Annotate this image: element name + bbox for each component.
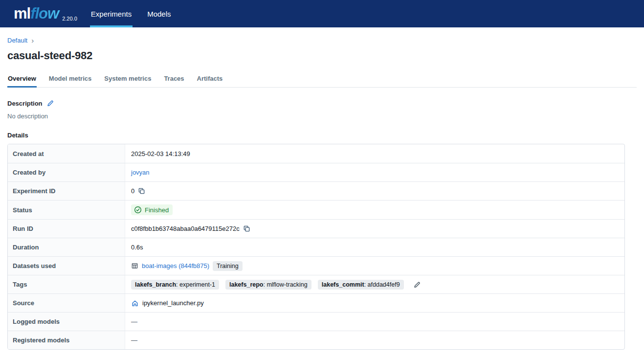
tab-artifacts[interactable]: Artifacts [197,73,223,87]
row-value: — [125,331,624,349]
row-value: jovyan [125,163,624,181]
tab-system-metrics[interactable]: System metrics [104,73,152,87]
breadcrumb-experiment-link[interactable]: Default [7,37,27,44]
row-value: 0.6s [125,238,624,256]
row-value: lakefs_branch: experiment-1 lakefs_repo:… [125,275,624,293]
table-row-run-id: Run ID c0f8fbb1b63748abaa0a6479115e272c [8,219,624,238]
copy-experiment-id-button[interactable] [138,187,145,195]
row-label: Created at [8,144,125,163]
row-value: — [125,313,624,331]
run-tabs: Overview Model metrics System metrics Tr… [7,73,637,88]
dataset-context-tag: Training [213,261,243,271]
dataset-table-icon [131,262,138,269]
row-label: Created by [8,163,125,181]
version-label: 2.20.0 [62,16,77,22]
check-circle-icon [134,206,142,214]
row-value: 2025-02-03 14:13:49 [125,144,624,163]
home-icon [131,299,139,307]
created-by-link[interactable]: jovyan [131,169,150,176]
pencil-icon [46,99,54,107]
row-value: 0 [125,182,624,200]
pencil-icon [413,281,421,289]
status-badge: Finished [131,204,173,215]
tag-pill: lakefs_repo: mlflow-tracking [225,280,311,290]
nav-item-label: Experiments [91,10,132,18]
run-overview-page: Default › casual-steed-982 Overview Mode… [0,27,644,350]
status-text: Finished [145,206,169,214]
main-nav: Experiments Models [90,0,186,27]
row-label: Run ID [8,220,125,238]
copy-icon [138,187,145,195]
table-row-created-by: Created by jovyan [8,163,624,181]
edit-tags-button[interactable] [413,281,421,289]
table-row-experiment-id: Experiment ID 0 [8,181,624,200]
row-label: Source [8,294,125,312]
details-section-heading: Details [7,132,637,139]
tab-traces[interactable]: Traces [163,73,184,87]
details-heading-label: Details [7,132,28,139]
table-row-logged-models: Logged models — [8,312,624,331]
tab-model-metrics[interactable]: Model metrics [48,73,92,87]
copy-icon [243,225,250,232]
table-row-created-at: Created at 2025-02-03 14:13:49 [8,144,624,163]
details-table: Created at 2025-02-03 14:13:49 Created b… [7,144,625,350]
description-empty-text: No description [7,112,637,120]
table-row-status: Status Finished [8,200,624,219]
description-heading-label: Description [7,100,43,107]
row-label: Registered models [8,331,125,349]
tag-pill: lakefs_commit: afddad4fef9 [318,280,404,290]
table-row-source: Source ipykernel_launcher.py [8,293,624,312]
mlflow-logo[interactable]: mlflow 2.20.0 [14,0,77,27]
row-value: ipykernel_launcher.py [125,294,624,312]
table-row-duration: Duration 0.6s [8,238,624,256]
run-title: casual-steed-982 [7,49,637,62]
row-label: Datasets used [8,257,125,275]
top-navbar: mlflow 2.20.0 Experiments Models [0,0,644,27]
duration-value: 0.6s [131,244,143,251]
row-label: Experiment ID [8,182,125,200]
logo-text-flow: flow [30,5,60,22]
row-label: Status [8,201,125,219]
table-row-tags: Tags lakefs_branch: experiment-1 lakefs_… [8,275,624,293]
breadcrumb-chevron-icon: › [31,37,34,44]
nav-item-label: Models [147,10,171,18]
run-id-value: c0f8fbb1b63748abaa0a6479115e272c [131,225,240,232]
tab-overview[interactable]: Overview [7,73,37,87]
row-value: c0f8fbb1b63748abaa0a6479115e272c [125,220,624,238]
row-value: boat-images (844fb875) Training [125,257,624,275]
row-label: Logged models [8,313,125,331]
nav-item-experiments[interactable]: Experiments [90,0,133,27]
dataset-link[interactable]: boat-images (844fb875) [142,262,209,269]
table-row-registered-models: Registered models — [8,331,624,349]
row-label: Tags [8,275,125,293]
table-row-datasets: Datasets used boat-images (844fb875) Tra… [8,256,624,275]
empty-value-dash: — [131,337,137,344]
tag-pill: lakefs_branch: experiment-1 [131,280,219,290]
breadcrumb: Default › [7,37,637,44]
row-label: Duration [8,238,125,256]
experiment-id-value: 0 [131,187,134,195]
nav-item-models[interactable]: Models [146,0,172,27]
description-section-heading: Description [7,99,637,107]
empty-value-dash: — [131,318,137,325]
copy-run-id-button[interactable] [243,225,250,232]
edit-description-button[interactable] [46,99,54,107]
logo-text-ml: ml [14,5,30,22]
created-at-value: 2025-02-03 14:13:49 [131,150,190,157]
row-value: Finished [125,201,624,219]
source-value: ipykernel_launcher.py [142,299,204,307]
